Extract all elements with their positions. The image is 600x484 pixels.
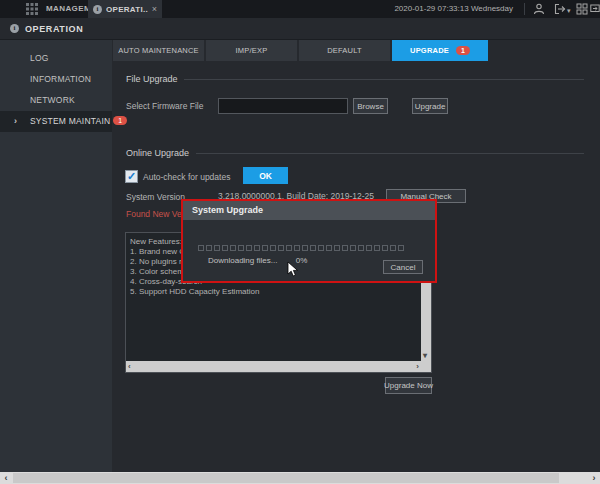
scroll-right-icon[interactable]: › — [416, 362, 419, 372]
sidebar-item-information[interactable]: INFORMATION — [0, 69, 112, 90]
progress-segment — [374, 245, 380, 251]
autocheck-label: Auto-check for updates — [143, 172, 230, 182]
tab-label: AUTO MAINTENANCE — [118, 46, 199, 55]
topbar-divider — [524, 3, 525, 15]
app-window: MANAGEMENT i OPERATI... × 2020-01-29 07:… — [0, 0, 600, 484]
section-divider — [184, 79, 584, 80]
progress-segment — [358, 245, 364, 251]
sidebar-item-system-maintain[interactable]: › SYSTEM MAINTAIN1 — [0, 111, 112, 132]
scrollbar-corner — [421, 361, 431, 372]
page-header: i OPERATION — [0, 18, 600, 40]
feature-item: 5. Support HDD Capacity Estimation — [126, 287, 431, 297]
display-icon[interactable] — [590, 3, 600, 15]
progress-segment — [198, 245, 204, 251]
progress-segment — [382, 245, 388, 251]
features-horizontal-scrollbar[interactable]: ‹ › — [126, 361, 421, 372]
tab-upgrade[interactable]: UPGRADE 1 — [392, 40, 488, 61]
datetime-label: 2020-01-29 07:33:13 Wednesday — [394, 0, 513, 18]
firmware-file-input[interactable] — [218, 98, 348, 114]
alert-badge: 1 — [113, 116, 127, 125]
chevron-right-icon: › — [14, 111, 17, 132]
progress-segment — [318, 245, 324, 251]
progress-segment — [366, 245, 372, 251]
cancel-button[interactable]: Cancel — [383, 260, 423, 274]
tab-label: UPGRADE — [410, 46, 449, 55]
browse-button[interactable]: Browse — [353, 98, 388, 114]
dialog-title: System Upgrade — [183, 201, 435, 220]
page-title: OPERATION — [25, 24, 83, 34]
progress-segment — [334, 245, 340, 251]
ok-button[interactable]: OK — [243, 167, 288, 184]
tab-default[interactable]: DEFAULT — [299, 40, 390, 61]
tab-operation-label: OPERATI... — [106, 5, 148, 14]
progress-segment — [310, 245, 316, 251]
info-icon: i — [93, 5, 102, 14]
scroll-left-icon[interactable]: ‹ — [0, 472, 12, 484]
progress-segment — [390, 245, 396, 251]
system-version-label: System Version — [126, 192, 185, 202]
firmware-file-label: Select Firmware File — [126, 101, 203, 111]
system-upgrade-dialog: System Upgrade Downloading files... 0% C… — [181, 199, 437, 283]
scroll-down-icon[interactable]: ▾ — [423, 351, 427, 361]
section-title-file-upgrade: File Upgrade — [126, 74, 178, 84]
scroll-left-icon[interactable]: ‹ — [128, 362, 131, 372]
tab-imp-exp[interactable]: IMP/EXP — [206, 40, 297, 61]
info-icon: i — [10, 24, 19, 33]
tab-label: IMP/EXP — [236, 46, 268, 55]
logout-icon[interactable] — [554, 3, 566, 15]
upgrade-button[interactable]: Upgrade — [412, 98, 448, 114]
caret-down-icon[interactable]: ▾ — [567, 7, 571, 14]
sidebar-item-label: INFORMATION — [30, 74, 91, 84]
scroll-right-icon[interactable]: › — [588, 472, 600, 484]
progress-segment — [326, 245, 332, 251]
sidebar-item-label: NETWORK — [30, 95, 75, 105]
mouse-cursor-icon — [287, 261, 299, 278]
progress-segment — [342, 245, 348, 251]
section-title-online-upgrade: Online Upgrade — [126, 148, 189, 158]
upgrade-now-button[interactable]: Upgrade Now — [385, 377, 432, 394]
sidebar-item-network[interactable]: NETWORK — [0, 90, 112, 111]
status-text: Downloading files... — [208, 256, 277, 265]
tab-auto-maintenance[interactable]: AUTO MAINTENANCE — [113, 40, 204, 61]
scrollbar-thumb[interactable] — [13, 473, 559, 483]
autocheck-checkbox[interactable]: ✓ — [125, 170, 138, 183]
apps-grid-icon[interactable] — [26, 3, 38, 15]
close-tab-icon[interactable]: × — [152, 5, 157, 14]
sidebar-item-label: SYSTEM MAINTAIN — [30, 116, 110, 126]
grid-view-icon[interactable] — [576, 3, 588, 15]
sidebar-item-log[interactable]: LOG — [0, 48, 112, 69]
check-icon: ✓ — [127, 170, 136, 182]
top-tab-bar: MANAGEMENT i OPERATI... × 2020-01-29 07:… — [0, 0, 600, 18]
tab-label: DEFAULT — [327, 46, 362, 55]
sidebar: LOG INFORMATION NETWORK › SYSTEM MAINTAI… — [0, 40, 112, 472]
section-divider — [196, 153, 584, 154]
tab-operation-active[interactable]: i OPERATI... × — [88, 0, 162, 18]
progress-segment — [350, 245, 356, 251]
sidebar-item-label: LOG — [30, 53, 49, 63]
alert-badge: 1 — [456, 46, 470, 55]
progress-segment — [398, 245, 404, 251]
user-icon[interactable] — [533, 3, 545, 15]
